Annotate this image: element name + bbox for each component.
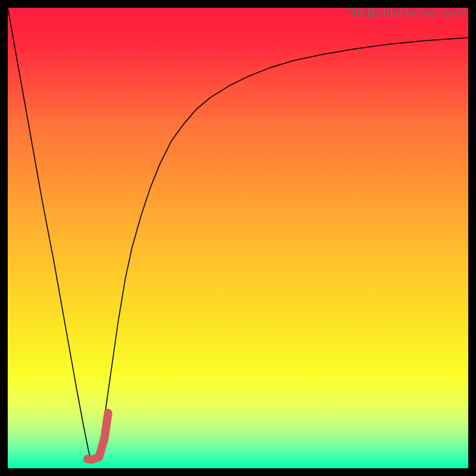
chart-frame: TheBottleNecker.com: [8, 8, 468, 468]
bottleneck-chart: [8, 8, 468, 468]
watermark-text: TheBottleNecker.com: [345, 5, 467, 20]
gradient-background: [8, 8, 468, 468]
